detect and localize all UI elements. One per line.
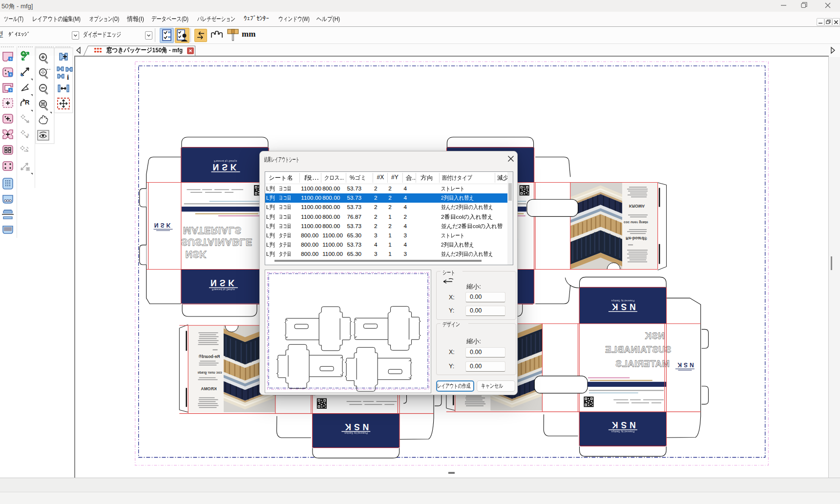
svg-text:3: 3	[27, 133, 29, 137]
svg-text:R: R	[25, 99, 30, 106]
svg-text:i: i	[67, 73, 69, 81]
